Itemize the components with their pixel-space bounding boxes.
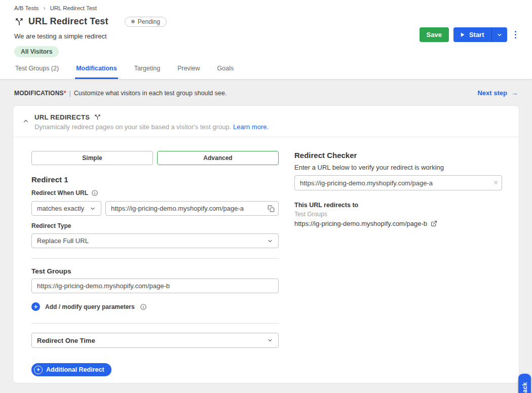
start-button[interactable]: Start [453, 27, 491, 42]
page-header: A/B Tests › URL Redirect Test URL Redire… [0, 0, 532, 80]
breadcrumb: A/B Tests › URL Redirect Test [14, 5, 518, 12]
additional-redirect-label: Additional Redirect [46, 366, 104, 373]
info-icon[interactable] [140, 303, 147, 310]
breadcrumb-separator-icon: › [43, 5, 45, 12]
copy-icon [268, 205, 275, 212]
kebab-dot-icon [515, 34, 517, 36]
chevron-down-icon [90, 206, 96, 212]
chevron-up-icon [22, 117, 29, 125]
panel-description: Dynamically redirect pages on your site … [34, 123, 231, 131]
status-badge: Pending [125, 17, 167, 27]
next-step-label: Next step [477, 89, 507, 97]
divider [31, 258, 279, 259]
tab-bar: Test Groups (2) Modifications Targeting … [14, 65, 518, 79]
mode-toggle: Simple Advanced [31, 151, 279, 165]
copy-url-button[interactable] [268, 205, 275, 212]
tab-goals[interactable]: Goals [216, 65, 235, 79]
pipe-separator: | [69, 90, 71, 97]
breadcrumb-current: URL Redirect Test [50, 5, 97, 11]
status-dot-icon [131, 20, 135, 23]
checker-result-url: https://ig-pricing-demo.myshopify.com/pa… [294, 220, 427, 227]
redirect-heading: Redirect 1 [31, 175, 279, 184]
external-link-icon [431, 220, 437, 227]
required-mark: * [64, 90, 66, 97]
redirect-when-row: matches exactly [31, 201, 279, 216]
redirect-type-value: Replace Full URL [37, 237, 89, 245]
start-dropdown-button[interactable] [491, 28, 507, 42]
redirect-checker-title: Redirect Checker [294, 151, 502, 160]
simple-mode-button[interactable]: Simple [31, 151, 153, 165]
additional-redirect-button[interactable]: + Additional Redirect [31, 363, 111, 376]
target-url-field [31, 279, 279, 293]
close-icon: × [493, 179, 498, 187]
clear-input-button[interactable]: × [493, 179, 498, 187]
start-button-label: Start [469, 31, 484, 38]
chevron-down-icon [267, 337, 273, 343]
checker-url-field: × [294, 175, 502, 190]
advanced-mode-button[interactable]: Advanced [157, 151, 279, 165]
audience-badge: All Visitors [14, 46, 59, 57]
panel-header: URL REDIRECTS Dynamically redirect pages… [13, 106, 519, 137]
add-query-params-button[interactable]: + Add / modify query parameters [31, 302, 279, 311]
play-icon [460, 32, 465, 37]
modifications-bar: MODIFICATIONS*|Customize what visitors i… [0, 80, 532, 105]
checker-result-group: Test Groups [294, 211, 502, 218]
checker-url-input[interactable] [294, 175, 502, 190]
more-options-button[interactable] [512, 29, 520, 41]
feedback-tab[interactable]: feedback [518, 374, 531, 393]
redirect-type-select[interactable]: Replace Full URL [31, 233, 279, 248]
modifications-bar-title: MODIFICATIONS [14, 90, 64, 97]
redirect-type-label-text: Redirect Type [31, 222, 71, 229]
match-type-select[interactable]: matches exactly [31, 201, 101, 216]
arrow-right-icon: → [511, 89, 518, 97]
chevron-down-icon [267, 238, 273, 244]
panel-title-row: URL REDIRECTS [34, 113, 269, 121]
source-url-input[interactable] [105, 201, 279, 216]
panel-description-row: Dynamically redirect pages on your site … [34, 123, 269, 131]
learn-more-link[interactable]: Learn more. [233, 123, 269, 131]
breadcrumb-ab-tests[interactable]: A/B Tests [14, 5, 39, 11]
tab-modifications[interactable]: Modifications [75, 65, 118, 79]
next-step-button[interactable]: Next step → [477, 89, 518, 97]
redirect-editor-column: Simple Advanced Redirect 1 Redirect When… [31, 151, 279, 376]
page: A/B Tests › URL Redirect Test URL Redire… [0, 0, 532, 393]
redirect-when-label: Redirect When URL [31, 189, 88, 196]
plus-circle-icon: + [31, 302, 40, 311]
url-redirects-panel: URL REDIRECTS Dynamically redirect pages… [13, 105, 519, 383]
divider [31, 323, 279, 324]
kebab-dot-icon [515, 37, 517, 39]
title-row: URL Redirect Test Pending [14, 16, 518, 27]
split-redirect-icon [94, 113, 101, 121]
target-url-input[interactable] [31, 279, 279, 293]
collapse-panel-button[interactable] [20, 113, 34, 126]
add-query-params-label: Add / modify query parameters [45, 303, 135, 310]
redirect-checker-column: Redirect Checker Enter a URL below to ve… [294, 151, 502, 376]
chevron-down-icon [497, 32, 503, 38]
status-badge-label: Pending [138, 18, 160, 25]
open-url-button[interactable] [431, 220, 437, 227]
redirect-checker-subtitle: Enter a URL below to verify your redirec… [294, 164, 502, 171]
tab-targeting[interactable]: Targeting [133, 65, 161, 79]
tab-test-groups[interactable]: Test Groups (2) [14, 65, 60, 79]
redirect-when-label-row: Redirect When URL [31, 189, 279, 196]
redirect-type-label: Redirect Type [31, 222, 279, 229]
plus-circle-outline-icon: + [34, 366, 43, 374]
modifications-bar-text: MODIFICATIONS*|Customize what visitors i… [14, 90, 226, 97]
checker-result-label: This URL redirects to [294, 202, 502, 209]
page-title: URL Redirect Test [28, 16, 108, 27]
panel-body: Simple Advanced Redirect 1 Redirect When… [13, 137, 519, 376]
info-icon[interactable] [91, 189, 98, 196]
header-actions: Save Start [420, 27, 520, 42]
start-split-button: Start [453, 27, 507, 42]
source-url-field [105, 201, 279, 216]
redirect-frequency-value: Redirect One Time [37, 337, 95, 344]
tab-preview[interactable]: Preview [176, 65, 201, 79]
kebab-dot-icon [515, 31, 517, 33]
checker-result-url-row: https://ig-pricing-demo.myshopify.com/pa… [294, 220, 502, 227]
split-redirect-icon [14, 17, 24, 27]
redirect-frequency-select[interactable]: Redirect One Time [31, 333, 279, 348]
feedback-tab-label: feedback [521, 382, 528, 393]
save-button[interactable]: Save [420, 27, 449, 42]
match-type-value: matches exactly [37, 205, 84, 212]
test-groups-heading: Test Groups [31, 267, 279, 275]
